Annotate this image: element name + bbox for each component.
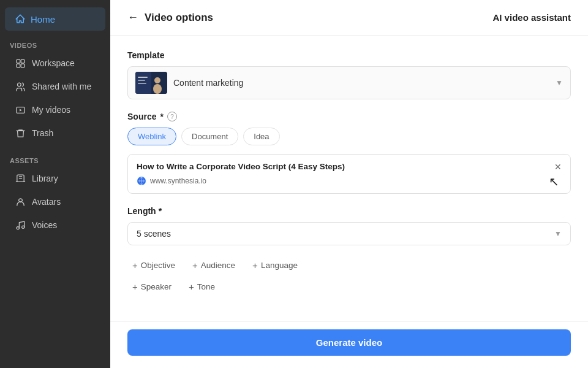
addon-tone[interactable]: + Tone [184,279,220,294]
length-required: * [159,206,162,216]
template-section-label: Template [127,50,571,60]
addon-row-1: + Objective + Audience + Language [127,258,571,273]
tab-document[interactable]: Document [181,128,238,145]
addon-tone-label: Tone [197,282,215,291]
svg-rect-13 [138,77,148,78]
sidebar-item-shared[interactable]: Shared with me [5,75,105,98]
shared-label: Shared with me [32,82,91,91]
videos-section-label: Videos [0,36,110,52]
voices-icon [15,220,26,231]
header: ← Video options AI video assistant [110,0,588,36]
tab-idea[interactable]: Idea [243,128,279,145]
sidebar-item-voices[interactable]: Voices [5,214,105,236]
content-area: Template [110,36,588,321]
sidebar-item-workspace[interactable]: Workspace [5,52,105,74]
template-name: Content marketing [173,78,243,88]
svg-rect-15 [138,83,146,84]
sidebar-item-trash[interactable]: Trash [5,122,105,144]
addon-audience-label: Audience [201,261,235,270]
source-header: Source * ? [127,112,571,121]
plus-speaker-icon: + [132,282,138,292]
link-title: How to Write a Corporate Video Script (4… [137,162,562,171]
main-panel: ← Video options AI video assistant Templ… [110,0,588,368]
length-header: Length * [127,206,571,216]
sidebar: Home Videos Workspace Shared with me [0,0,110,368]
workspace-label: Workspace [32,58,75,68]
source-info-icon[interactable]: ? [167,112,177,121]
svg-rect-14 [138,80,145,81]
close-card-button[interactable]: ✕ [552,161,564,173]
addon-row-2: + Speaker + Tone [127,279,571,294]
length-value: 5 scenes [137,229,171,239]
ai-assistant-button[interactable]: AI video assistant [492,12,571,23]
addon-audience[interactable]: + Audience [187,258,240,273]
template-chevron-icon: ▼ [556,79,563,87]
plus-objective-icon: + [132,260,138,270]
plus-tone-icon: + [189,282,194,292]
plus-language-icon: + [252,260,258,270]
source-required: * [160,112,163,121]
addon-objective-label: Objective [141,261,175,270]
length-label: Length [127,206,156,216]
template-dropdown[interactable]: Content marketing ▼ [127,66,571,99]
addon-speaker-label: Speaker [141,282,172,291]
library-label: Library [32,174,58,183]
svg-rect-2 [17,64,20,67]
header-left: ← Video options [127,11,213,24]
shared-icon [15,81,26,92]
library-icon [15,173,26,184]
generate-button-row: Generate video [110,321,588,368]
cursor-indicator: ↖ [549,174,559,189]
my-videos-label: My videos [32,105,70,115]
length-dropdown[interactable]: 5 scenes ▼ [127,222,571,245]
addon-speaker[interactable]: + Speaker [127,279,176,294]
link-url-row: www.synthesia.io [137,176,562,186]
addon-language[interactable]: + Language [247,258,303,273]
svg-point-4 [17,83,21,86]
trash-icon [15,128,26,139]
assets-section-label: Assets [0,151,110,167]
svg-point-11 [154,77,160,83]
sidebar-item-my-videos[interactable]: My videos [5,99,105,121]
workspace-icon [15,58,26,69]
svg-rect-3 [21,64,24,67]
home-icon [15,13,26,25]
sidebar-item-library[interactable]: Library [5,167,105,190]
home-label: Home [31,14,55,25]
link-card: How to Write a Corporate Video Script (4… [127,154,571,194]
svg-point-12 [153,84,162,94]
link-url: www.synthesia.io [150,177,206,185]
plus-audience-icon: + [192,260,198,270]
source-label: Source [127,112,156,121]
my-videos-icon [15,104,26,115]
addon-objective[interactable]: + Objective [127,258,180,273]
template-thumbnail [135,72,167,94]
tab-weblink[interactable]: Weblink [127,128,176,145]
sidebar-item-home[interactable]: Home [5,7,105,31]
svg-rect-0 [17,59,20,63]
source-tabs: Weblink Document Idea [127,128,571,145]
length-chevron-icon: ▼ [554,229,562,238]
addon-language-label: Language [261,261,298,270]
svg-point-7 [17,226,19,229]
trash-label: Trash [32,128,53,138]
generate-video-button[interactable]: Generate video [127,329,571,356]
link-favicon [137,176,146,186]
svg-rect-1 [21,59,24,63]
avatars-label: Avatars [32,197,61,207]
voices-label: Voices [32,220,57,230]
template-left: Content marketing [135,72,243,94]
page-title: Video options [145,12,213,24]
avatars-icon [15,196,26,207]
back-button[interactable]: ← [127,11,138,24]
sidebar-item-avatars[interactable]: Avatars [5,191,105,213]
